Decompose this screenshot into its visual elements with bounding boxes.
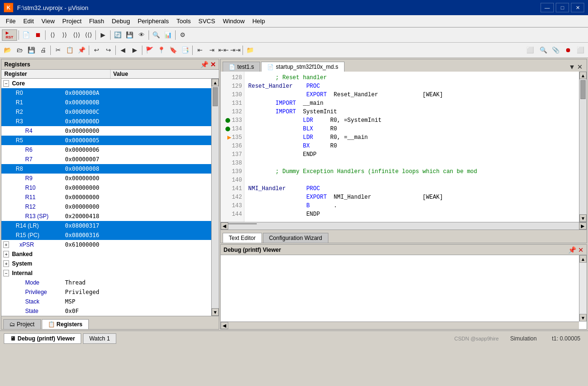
reg-row-r12[interactable]: R12 0x00000000 <box>1 202 211 211</box>
tb-step2[interactable]: ⟩⟩ <box>59 29 70 41</box>
tb2-bk2[interactable]: 📍 <box>156 45 167 56</box>
reg-row-internal[interactable]: − Internal <box>1 268 211 278</box>
tb2-bk3[interactable]: 🔖 <box>168 45 179 56</box>
tb-stop[interactable]: ⏹ <box>32 29 44 41</box>
reg-row-r13[interactable]: R13 (SP) 0x20000418 <box>1 211 211 221</box>
debug-hscroll-left[interactable]: ◀ <box>221 322 228 329</box>
code-hscroll-left[interactable]: ◀ <box>221 222 228 230</box>
maximize-button[interactable]: □ <box>556 3 569 12</box>
tab-dropdown-icon[interactable]: ▼ <box>569 63 575 71</box>
debug-hscrollbar[interactable]: ◀ ▶ <box>221 322 579 329</box>
registers-close-icon[interactable]: ✕ <box>210 61 216 68</box>
reg-row-r1[interactable]: R1 0x0000000B <box>1 98 211 107</box>
code-vscrollbar[interactable]: ▲ ▼ <box>579 72 587 222</box>
tab-startup[interactable]: 📄 startup_stm32f10x_md.s <box>261 62 344 72</box>
debug-scroll-down[interactable]: ▼ <box>579 314 587 322</box>
menu-debug[interactable]: Debug <box>108 17 134 26</box>
code-hscroll-thumb[interactable] <box>228 223 257 224</box>
reg-row-stack[interactable]: Stack MSP <box>1 297 211 306</box>
menu-project[interactable]: Project <box>58 17 85 26</box>
menu-svcs[interactable]: SVCS <box>195 17 219 26</box>
reg-row-mode[interactable]: Mode Thread <box>1 278 211 287</box>
ebtab-config-wizard[interactable]: Configuration Wizard <box>263 233 328 243</box>
tb2-right1[interactable]: ⬜ <box>523 45 537 56</box>
tb-zoom[interactable]: 🔍 <box>150 29 162 41</box>
debug-close-icon[interactable]: ✕ <box>578 246 584 254</box>
tb-step1[interactable]: ⟨⟩ <box>47 29 58 41</box>
tb2-4[interactable]: 🖨 <box>37 45 49 56</box>
tb2-proj-icon[interactable]: 📁 <box>244 45 256 56</box>
menu-peripherals[interactable]: Peripherals <box>134 17 173 26</box>
code-scroll-thumb[interactable] <box>580 80 586 99</box>
reg-row-xpsr[interactable]: + xPSR 0x61000000 <box>1 240 211 249</box>
bottom-tab-watch1[interactable]: Watch 1 <box>83 333 116 344</box>
menu-file[interactable]: File <box>2 17 19 26</box>
system-expander[interactable]: + <box>3 260 9 267</box>
tab-registers[interactable]: 📋 Registers <box>42 319 89 329</box>
tab-close-icon[interactable]: ✕ <box>577 63 583 71</box>
tb2-nav-fwd[interactable]: ▶ <box>129 45 140 56</box>
tb-watch[interactable]: 👁 <box>136 29 147 41</box>
tb2-indent1[interactable]: ⇤ <box>194 45 205 56</box>
tb2-bookmark[interactable]: 🚩 <box>144 45 155 56</box>
reg-row-banked[interactable]: + Banked <box>1 249 211 259</box>
tb2-indent4[interactable]: ⇥⇥ <box>230 45 241 56</box>
close-button[interactable]: ✕ <box>571 3 584 12</box>
debug-text-area[interactable] <box>221 255 579 322</box>
tb2-paste[interactable]: 📌 <box>76 45 87 56</box>
rst-button[interactable]: ▶RST <box>2 29 17 41</box>
tab-project[interactable]: 🗂 Project <box>3 319 41 329</box>
internal-expander[interactable]: − <box>3 270 9 276</box>
reg-row-r8[interactable]: R8 0x00000008 <box>1 164 211 174</box>
tb2-right5[interactable]: ⬜ <box>575 45 586 56</box>
reg-row-r7[interactable]: R7 0x00000007 <box>1 155 211 164</box>
reg-row-system[interactable]: + System <box>1 259 211 268</box>
menu-window[interactable]: Window <box>219 17 248 26</box>
tb-memory[interactable]: 💾 <box>124 29 135 41</box>
reg-row-r3[interactable]: R3 0x0000000D <box>1 117 211 126</box>
reg-row-r11[interactable]: R11 0x00000000 <box>1 193 211 202</box>
code-scroll-up[interactable]: ▲ <box>579 72 587 79</box>
reg-vscrollbar[interactable]: ▲ ▼ <box>211 79 219 316</box>
tb-chart[interactable]: 📊 <box>162 29 174 41</box>
debug-scroll-up[interactable]: ▲ <box>579 255 587 263</box>
reg-row-r9[interactable]: R9 0x00000000 <box>1 174 211 183</box>
debug-pin-icon[interactable]: 📌 <box>568 246 576 254</box>
tb2-2[interactable]: 🗁 <box>14 45 25 56</box>
menu-view[interactable]: View <box>37 17 58 26</box>
menu-tools[interactable]: Tools <box>173 17 195 26</box>
code-hscroll-right[interactable]: ▶ <box>579 222 587 230</box>
code-scroll-down[interactable]: ▼ <box>579 214 587 222</box>
bottom-tab-debug-viewer[interactable]: 🖥 Debug (printf) Viewer <box>4 333 81 344</box>
reg-scroll-up[interactable]: ▲ <box>212 79 219 86</box>
reg-row-r4[interactable]: R4 0x00000000 <box>1 126 211 136</box>
tb2-redo[interactable]: ↪ <box>103 45 114 56</box>
tb-play[interactable]: ▶ <box>97 29 109 41</box>
tb2-undo[interactable]: ↩ <box>91 45 102 56</box>
debug-vscrollbar[interactable]: ▲ ▼ <box>579 255 587 322</box>
tb2-right3[interactable]: 📎 <box>550 45 561 56</box>
tb-step4[interactable]: ⟨⟨⟩ <box>83 29 94 41</box>
reg-row-r5[interactable]: R5 0x00000005 <box>1 136 211 145</box>
reg-row-core[interactable]: − Core <box>1 79 211 88</box>
tb2-right2[interactable]: 🔍 <box>538 45 549 56</box>
menu-flash[interactable]: Flash <box>85 17 108 26</box>
reg-scroll-down[interactable]: ▼ <box>212 308 219 316</box>
tb2-indent2[interactable]: ⇥ <box>206 45 217 56</box>
minimize-button[interactable]: — <box>541 3 554 12</box>
tb2-nav-back[interactable]: ◀ <box>117 45 129 56</box>
reg-scroll-thumb[interactable] <box>213 87 218 106</box>
tb2-3[interactable]: 💾 <box>26 45 37 56</box>
tb-settings[interactable]: ⚙ <box>177 29 188 41</box>
tb2-indent3[interactable]: ⇤⇤ <box>218 45 229 56</box>
reg-row-r0[interactable]: R0 0x0000000A <box>1 88 211 98</box>
reg-row-r2[interactable]: R2 0x0000000C <box>1 107 211 117</box>
tb2-cut[interactable]: ✂ <box>52 45 64 56</box>
tb-new[interactable]: 📄 <box>20 29 32 41</box>
code-editor[interactable]: ; Reset handler Reset_Handler PROC EXPOR… <box>244 72 579 222</box>
reg-row-state[interactable]: State 0x0F <box>1 306 211 316</box>
tb-step3[interactable]: ⟨⟩⟩ <box>71 29 82 41</box>
tb2-right4[interactable]: ⏺ <box>562 45 574 56</box>
ebtab-text-editor[interactable]: Text Editor <box>223 233 262 243</box>
tab-test1[interactable]: 📄 test1.s <box>223 62 260 72</box>
